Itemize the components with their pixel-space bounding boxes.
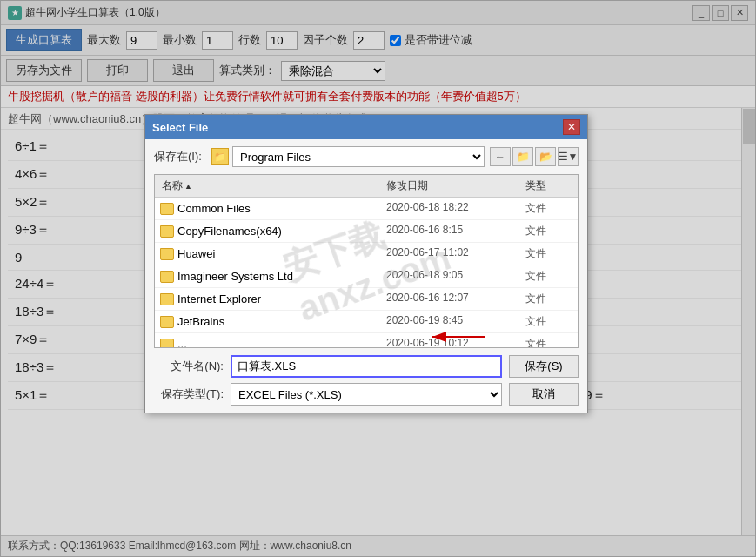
dialog-toolbar-icons: ← 📁 📂 ☰▼: [490, 147, 579, 166]
back-button[interactable]: 📁: [512, 147, 533, 166]
dialog-title: Select File: [152, 121, 208, 134]
filename-row: 文件名(N): 保存(S): [154, 355, 579, 378]
header-date: 修改日期: [383, 177, 522, 195]
file-list-container[interactable]: 名称 ▲ 修改日期 类型 Common Files 2020-06-18 18:…: [154, 174, 579, 348]
folder-icon: [160, 316, 174, 328]
dialog-titlebar: Select File ✕: [145, 115, 587, 139]
location-dropdown[interactable]: Program Files: [232, 146, 485, 167]
filetype-select[interactable]: EXCEL Files (*.XLS) CSV Files (*.CSV): [231, 383, 502, 406]
dialog-close-button[interactable]: ✕: [563, 119, 580, 135]
dialog-body: 保存在(I): 📁 Program Files ← 📁 📂 ☰▼: [145, 139, 587, 413]
filetype-row: 保存类型(T): EXCEL Files (*.XLS) CSV Files (…: [154, 383, 579, 406]
main-window: ★ 超牛网小学生口算表（1.0版） _ □ ✕ 生成口算表 最大数 最小数 行数…: [0, 0, 756, 557]
folder-icon: [160, 339, 174, 349]
list-item[interactable]: Huawei 2020-06-17 11:02 文件: [155, 243, 578, 265]
folder-icon: [160, 248, 174, 260]
save-location-row: 保存在(I): 📁 Program Files ← 📁 📂 ☰▼: [154, 146, 579, 167]
folder-icon: 📁: [211, 148, 229, 165]
list-item[interactable]: Internet Explorer 2020-06-16 12:07 文件: [155, 288, 578, 311]
folder-icon: [160, 293, 174, 305]
list-item[interactable]: Common Files 2020-06-18 18:22 文件: [155, 198, 578, 220]
up-folder-button[interactable]: ←: [490, 147, 511, 166]
list-item[interactable]: JetBrains 2020-06-19 8:45 文件: [155, 311, 578, 333]
folder-icon: [160, 203, 174, 215]
filename-input[interactable]: [231, 355, 502, 378]
list-item[interactable]: CopyFilenames(x64) 2020-06-16 8:15 文件: [155, 220, 578, 243]
folder-icon: [160, 225, 174, 238]
dialog-cancel-button[interactable]: 取消: [509, 383, 579, 406]
header-name: 名称 ▲: [158, 177, 383, 195]
folder-icon: [160, 271, 174, 283]
sort-arrow-icon: ▲: [184, 182, 192, 191]
file-list-header: 名称 ▲ 修改日期 类型: [155, 175, 578, 198]
dialog-save-button[interactable]: 保存(S): [509, 355, 579, 378]
save-location-label: 保存在(I):: [154, 149, 206, 164]
view-button[interactable]: ☰▼: [558, 147, 579, 166]
folder-select: 📁 Program Files: [211, 146, 485, 167]
list-item[interactable]: ... 2020-06-19 10:12 文件: [155, 333, 578, 348]
list-item[interactable]: Imagineer Systems Ltd 2020-06-18 9:05 文件: [155, 265, 578, 288]
filetype-label: 保存类型(T):: [154, 386, 224, 402]
new-folder-button[interactable]: 📂: [535, 147, 556, 166]
header-type: 类型: [522, 177, 574, 195]
save-file-dialog: Select File ✕ 保存在(I): 📁 Program Files ← …: [144, 114, 588, 413]
filename-label: 文件名(N):: [154, 359, 224, 374]
